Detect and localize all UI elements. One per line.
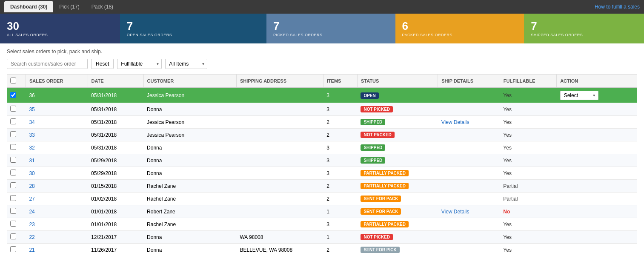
sales-order-link[interactable]: 32 xyxy=(29,145,34,151)
sales-order-link[interactable]: 27 xyxy=(29,196,34,202)
sales-order-link[interactable]: 30 xyxy=(29,170,34,176)
row-date: 05/31/2018 xyxy=(88,116,143,129)
row-checkbox-cell xyxy=(7,116,26,129)
row-customer: Donna xyxy=(143,231,236,244)
row-shipping-address: WA 98008 xyxy=(236,231,323,244)
row-checkbox-cell xyxy=(7,88,26,103)
row-date: 01/15/2018 xyxy=(88,180,143,193)
stat-open-orders[interactable]: 7 OPEN SALES ORDERS xyxy=(120,14,266,43)
row-items: 2 xyxy=(323,129,357,141)
row-checkbox[interactable] xyxy=(10,195,16,201)
header-ship-details: SHIP DETAILS xyxy=(438,75,500,88)
row-status: SENT FOR PACK xyxy=(357,205,438,218)
orders-table: SALES ORDER DATE CUSTOMER SHIPPING ADDRE… xyxy=(7,74,637,256)
row-fulfillable: Yes xyxy=(500,167,556,180)
sales-order-link[interactable]: 33 xyxy=(29,132,34,138)
fulfillable-value: Yes xyxy=(503,170,512,176)
sales-order-link[interactable]: 35 xyxy=(29,106,34,112)
action-select[interactable]: SelectPickPackShip xyxy=(560,91,598,100)
row-checkbox[interactable] xyxy=(10,182,16,188)
ship-details-link[interactable]: View Details xyxy=(441,209,469,215)
row-action xyxy=(557,218,637,231)
row-status: SHIPPED xyxy=(357,141,438,154)
row-sales-order: 33 xyxy=(26,129,88,141)
fulfillable-value: Yes xyxy=(503,119,512,125)
row-checkbox-cell xyxy=(7,180,26,193)
fulfillable-value: Yes xyxy=(503,92,512,98)
table-row: 3505/31/2018Donna3NOT PICKEDYes xyxy=(7,103,637,116)
row-customer: Donna xyxy=(143,167,236,180)
status-badge: PARTIALLY PACKED xyxy=(361,221,409,227)
status-badge: NOT PICKED xyxy=(361,106,393,112)
reset-button[interactable]: Reset xyxy=(91,59,114,69)
row-ship-details xyxy=(438,129,500,141)
sales-order-link[interactable]: 22 xyxy=(29,234,34,240)
search-input[interactable] xyxy=(7,59,88,69)
row-sales-order: 35 xyxy=(26,103,88,116)
row-items: 3 xyxy=(323,88,357,103)
sales-order-link[interactable]: 24 xyxy=(29,209,34,215)
select-all-checkbox[interactable] xyxy=(10,78,16,83)
ship-details-link[interactable]: View Details xyxy=(441,119,469,125)
status-badge: PARTIALLY PACKED xyxy=(361,170,409,176)
row-action xyxy=(557,231,637,244)
header-shipping-address: SHIPPING ADDRESS xyxy=(236,75,323,88)
stat-packed-orders[interactable]: 6 PACKED SALES ORDERS xyxy=(395,14,524,43)
row-ship-details: View Details xyxy=(438,205,500,218)
row-checkbox[interactable] xyxy=(10,170,16,175)
fulfillable-value: Yes xyxy=(503,145,512,151)
row-checkbox[interactable] xyxy=(10,118,16,124)
row-checkbox-cell xyxy=(7,129,26,141)
stat-all-orders[interactable]: 30 ALL SALES ORDERS xyxy=(0,14,120,43)
row-fulfillable: Yes xyxy=(500,129,556,141)
row-sales-order: 21 xyxy=(26,244,88,256)
sales-order-link[interactable]: 31 xyxy=(29,158,34,164)
row-date: 05/31/2018 xyxy=(88,129,143,141)
row-checkbox[interactable] xyxy=(10,246,16,252)
sales-order-link[interactable]: 21 xyxy=(29,247,34,253)
row-shipping-address xyxy=(236,129,323,141)
table-row: 2111/26/2017DonnaBELLEVUE, WA 980082SENT… xyxy=(7,244,637,256)
row-ship-details xyxy=(438,154,500,167)
stat-open-num: 7 xyxy=(127,20,260,32)
table-row: 2301/01/2018Rachel Zane3PARTIALLY PACKED… xyxy=(7,218,637,231)
page-subtitle: Select sales orders to pick, pack and sh… xyxy=(7,49,637,55)
row-checkbox-cell xyxy=(7,218,26,231)
row-checkbox[interactable] xyxy=(10,106,16,112)
stat-shipped-orders[interactable]: 7 SHIPPED SALES ORDERS xyxy=(524,14,644,43)
row-status: SHIPPED xyxy=(357,116,438,129)
row-checkbox[interactable] xyxy=(10,208,16,214)
stat-picked-num: 7 xyxy=(273,20,389,32)
items-filter[interactable]: All Items Partial Items xyxy=(165,59,207,69)
status-badge: OPEN xyxy=(361,92,378,99)
row-checkbox[interactable] xyxy=(10,92,16,98)
row-checkbox[interactable] xyxy=(10,131,16,137)
row-customer: Donna xyxy=(143,154,236,167)
row-customer: Donna xyxy=(143,141,236,154)
row-checkbox[interactable] xyxy=(10,233,16,239)
fulfillable-value: Partial xyxy=(503,196,518,202)
row-checkbox[interactable] xyxy=(10,144,16,150)
row-status: SHIPPED xyxy=(357,154,438,167)
row-checkbox-cell xyxy=(7,231,26,244)
row-status: SENT FOR PACK xyxy=(357,193,438,205)
row-status: PARTIALLY PACKED xyxy=(357,167,438,180)
help-link[interactable]: How to fulfill a sales xyxy=(595,4,640,10)
row-fulfillable: Yes xyxy=(500,116,556,129)
tab-pack[interactable]: Pack (18) xyxy=(86,1,119,12)
row-checkbox[interactable] xyxy=(10,157,16,163)
tab-pick[interactable]: Pick (17) xyxy=(53,1,85,12)
row-checkbox[interactable] xyxy=(10,221,16,227)
stat-all-label: ALL SALES ORDERS xyxy=(7,33,113,37)
stat-picked-orders[interactable]: 7 PICKED SALES ORDERS xyxy=(266,14,395,43)
fulfillable-filter[interactable]: Fulfillable All Not Fulfillable xyxy=(117,59,162,69)
header-customer: CUSTOMER xyxy=(143,75,236,88)
sales-order-link[interactable]: 23 xyxy=(29,221,34,227)
sales-order-link[interactable]: 34 xyxy=(29,119,34,125)
row-action xyxy=(557,154,637,167)
tab-dashboard[interactable]: Dashboard (30) xyxy=(4,1,53,12)
status-badge: PARTIALLY PACKED xyxy=(361,183,409,189)
sales-order-link[interactable]: 36 xyxy=(29,92,34,98)
sales-order-link[interactable]: 28 xyxy=(29,183,34,189)
row-fulfillable: Yes xyxy=(500,231,556,244)
